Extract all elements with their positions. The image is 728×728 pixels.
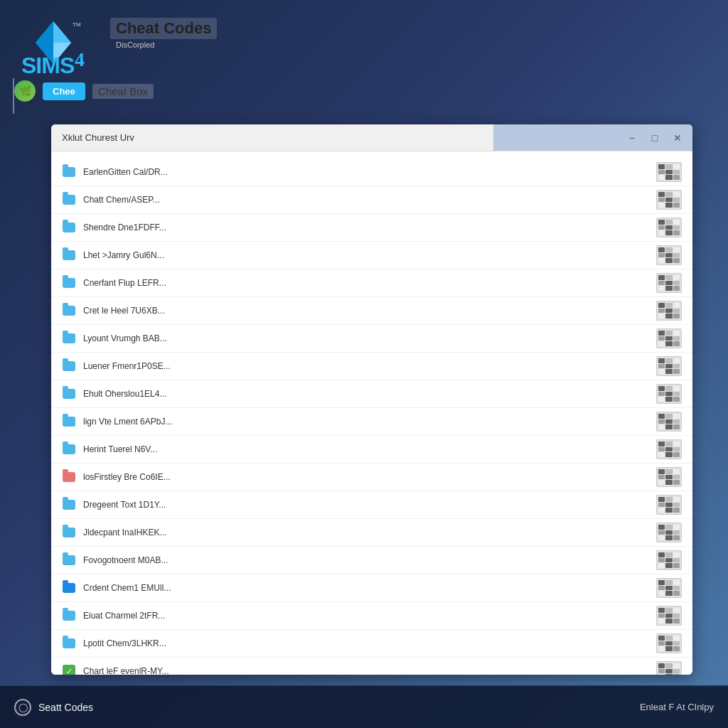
thumb-pixel	[658, 619, 665, 623]
item-text: Eiuat Charmel 2tFR...	[83, 611, 649, 621]
thumb-pixel	[673, 641, 680, 646]
list-item[interactable]: lign Vte Lment 6APbJ...	[51, 408, 692, 436]
thumb-pixel	[673, 419, 680, 424]
thumb-pixel	[665, 369, 672, 374]
window-content[interactable]: EarlenGitten Cal/DR...Chatt Chem/ASEP...…	[51, 151, 692, 675]
chee-button[interactable]: Chee	[43, 82, 85, 100]
list-item[interactable]: Chatt Chem/ASEP...	[51, 186, 692, 214]
thumb-pixel	[658, 331, 665, 336]
thumb-pixel	[658, 674, 665, 675]
thumb-pixel	[665, 192, 672, 197]
list-item[interactable]: losFirstley Bre Co6IE...	[51, 464, 692, 491]
item-thumbnail	[656, 301, 682, 321]
item-thumbnail	[656, 162, 682, 182]
thumb-pixel	[658, 663, 665, 668]
item-text: Luener Fmenr1P0SE...	[83, 361, 649, 371]
item-thumbnail	[656, 245, 682, 265]
thumb-pixel	[658, 309, 665, 314]
titlebar-controls: − □ ✕	[493, 124, 692, 151]
thumb-pixel	[658, 364, 665, 369]
list-item[interactable]: Dregeent Toxt 1D1Y...	[51, 491, 692, 519]
item-thumbnail	[656, 467, 682, 487]
thumb-pixel	[658, 336, 665, 341]
thumb-pixel	[665, 309, 672, 314]
footer-right-label: Enleat F At CInlpy	[640, 702, 714, 712]
maximize-button[interactable]: □	[643, 127, 666, 149]
item-icon	[62, 636, 76, 651]
thumb-pixel	[658, 441, 665, 446]
list-item[interactable]: Luener Fmenr1P0SE...	[51, 353, 692, 380]
thumb-pixel	[665, 253, 672, 258]
list-item[interactable]: EarlenGitten Cal/DR...	[51, 159, 692, 186]
item-icon	[62, 220, 76, 235]
thumb-pixel	[658, 552, 665, 557]
item-thumbnail	[656, 273, 682, 293]
item-text: Chart leF evenlR-MY...	[83, 666, 649, 675]
thumb-pixel	[658, 480, 665, 485]
svg-text:TM: TM	[73, 21, 81, 28]
list-item[interactable]: Cnerfant Flup LEFR...	[51, 269, 692, 297]
discord-label: DisCorpled	[116, 41, 217, 49]
list-container: EarlenGitten Cal/DR...Chatt Chem/ASEP...…	[51, 159, 692, 675]
list-item[interactable]: Crdent Chem1 EMUll...	[51, 574, 692, 602]
thumb-pixel	[658, 220, 665, 225]
thumb-pixel	[665, 663, 672, 668]
thumb-pixel	[673, 525, 680, 530]
item-icon	[62, 304, 76, 318]
thumb-pixel	[673, 314, 680, 318]
thumb-pixel	[673, 619, 680, 623]
item-thumbnail	[656, 606, 682, 626]
thumb-pixel	[665, 646, 672, 651]
thumb-pixel	[665, 586, 672, 591]
svg-marker-2	[53, 21, 71, 43]
thumb-pixel	[665, 258, 672, 263]
thumb-pixel	[673, 414, 680, 419]
thumb-pixel	[673, 230, 680, 235]
close-button[interactable]: ✕	[666, 127, 689, 149]
thumb-pixel	[658, 591, 665, 596]
item-text: Crdent Chem1 EMUll...	[83, 583, 649, 593]
list-item[interactable]: Lpotit Chem/3LHKR...	[51, 630, 692, 658]
item-text: Chatt Chem/ASEP...	[83, 195, 649, 205]
list-item[interactable]: Cret le Heel 7U6XB...	[51, 297, 692, 325]
item-text: Lhet >Jamry Gul6N...	[83, 250, 649, 260]
list-item[interactable]: Jldecpant InaIHKEK...	[51, 519, 692, 547]
thumb-pixel	[673, 392, 680, 397]
thumb-pixel	[673, 386, 680, 391]
list-item[interactable]: Lyount Vrumgh BAB...	[51, 325, 692, 353]
thumb-pixel	[658, 469, 665, 474]
thumb-pixel	[658, 258, 665, 263]
folder-icon	[63, 555, 75, 565]
thumb-pixel	[658, 530, 665, 535]
list-item[interactable]: ✓Chart leF evenlR-MY...	[51, 658, 692, 675]
list-item[interactable]: Herint Tuerel N6V...	[51, 436, 692, 464]
thumb-pixel	[658, 203, 665, 208]
thumb-pixel	[673, 175, 680, 180]
thumb-pixel	[658, 198, 665, 203]
thumb-pixel	[665, 230, 672, 235]
thumb-pixel	[673, 369, 680, 374]
list-item[interactable]: Eiuat Charmel 2tFR...	[51, 602, 692, 630]
thumb-pixel	[665, 558, 672, 563]
thumb-pixel	[673, 663, 680, 668]
list-item[interactable]: Shendre Dne1FDFF...	[51, 214, 692, 242]
item-text: Ehult Oherslou1EL4...	[83, 389, 649, 399]
thumb-pixel	[658, 475, 665, 480]
thumb-pixel	[673, 303, 680, 308]
thumb-pixel	[658, 503, 665, 508]
thumb-pixel	[665, 591, 672, 596]
thumb-pixel	[665, 170, 672, 175]
list-item[interactable]: Ehult Oherslou1EL4...	[51, 380, 692, 408]
thumb-pixel	[673, 508, 680, 513]
list-item[interactable]: Lhet >Jamry Gul6N...	[51, 242, 692, 269]
thumb-pixel	[673, 497, 680, 502]
item-icon	[62, 553, 76, 567]
list-item[interactable]: Fovogotnoent M0AB...	[51, 547, 692, 574]
thumb-pixel	[673, 608, 680, 613]
svg-text:SIMS: SIMS	[21, 53, 75, 75]
minimize-button[interactable]: −	[621, 127, 643, 149]
thumb-pixel	[673, 636, 680, 641]
thumb-pixel	[665, 225, 672, 230]
thumb-pixel	[658, 314, 665, 318]
thumb-pixel	[665, 563, 672, 568]
